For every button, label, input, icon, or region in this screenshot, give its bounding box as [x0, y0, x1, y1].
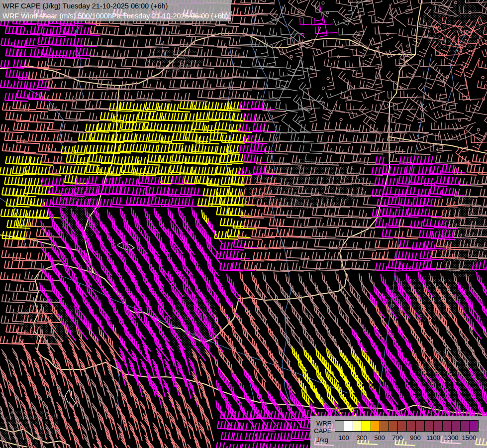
legend-color-cell — [442, 420, 452, 432]
legend-color-cell — [344, 420, 353, 432]
legend-color-cell — [424, 420, 434, 432]
legend-color-cell — [460, 420, 470, 432]
weather-map-viewport: WRF CAPE (J/kg) Tuesday 21-10-2025 06:00… — [0, 0, 487, 448]
legend-color-cell — [451, 420, 461, 432]
legend-model-label: WRF — [316, 420, 331, 427]
legend-color-cell — [353, 420, 362, 432]
title-cape-line: WRF CAPE (J/kg) Tuesday 21-10-2025 06:00… — [0, 0, 231, 11]
legend-color-cell — [415, 420, 425, 432]
legend-color-cell — [397, 420, 407, 432]
legend-color-cell — [335, 420, 344, 432]
legend-units-label: J/kg — [316, 436, 328, 444]
legend-color-cell — [406, 420, 416, 432]
legend-field-label: CAPE — [314, 427, 331, 435]
legend-color-cell — [380, 420, 389, 432]
legend-color-cell — [433, 420, 443, 432]
legend-color-cell — [469, 420, 479, 432]
legend-tick-value: 1500 — [458, 434, 480, 442]
legend-color-cell — [371, 420, 380, 432]
legend-color-cell — [389, 420, 398, 432]
legend-color-cell — [362, 420, 371, 432]
title-windshear-line: WRF Wind shear (m/s) 500/1000hPa Tuesday… — [0, 11, 231, 21]
wind-barb-map-canvas — [0, 0, 487, 448]
cape-legend-panel: WRF CAPE J/kg 10030050070090011001300150… — [310, 416, 487, 448]
map-title-panel: WRF CAPE (J/kg) Tuesday 21-10-2025 06:00… — [0, 0, 231, 21]
